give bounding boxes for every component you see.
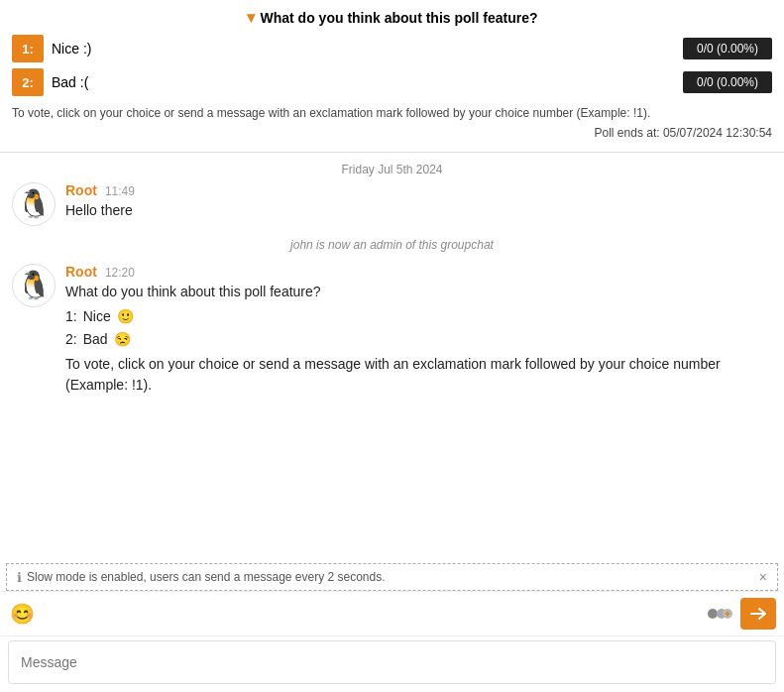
poll-msg-option-1: 1: Nice 🙂 [65,306,772,327]
svg-point-0 [708,609,718,619]
poll-option-label-2: Bad :( [52,74,675,90]
message-text: Hello there [65,200,772,221]
poll-msg-option-2: 2: Bad 😒 [65,329,772,350]
poll-option-row-2[interactable]: 2: Bad :( 0/0 (0.00%) [12,68,772,96]
send-button[interactable] [740,598,776,630]
poll-option-num-2[interactable]: 2: [12,68,44,96]
poll-option-count-1: 0/0 (0.00%) [683,38,772,59]
poll-options: 1: Nice :) 0/0 (0.00%) 2: Bad :( 0/0 (0.… [12,35,772,96]
message-header: Root 12:20 [65,264,772,280]
message-time: 12:20 [105,266,135,280]
input-toolbar: 😊 [0,591,784,635]
message-text: What do you think about this poll featur… [65,282,772,396]
group-button[interactable] [703,605,734,623]
avatar-image: 🐧 [17,190,52,218]
group-icon [705,605,732,623]
message-content: Root 11:49 Hello there [65,182,772,221]
poll-option-count-2: 0/0 (0.00%) [683,71,772,93]
slow-mode-bar: ℹ Slow mode is enabled, users can send a… [6,563,778,591]
date-separator: Friday Jul 5th 2024 [12,153,772,182]
message-input[interactable] [8,640,776,684]
poll-banner-header: ▾ What do you think about this poll feat… [12,8,772,27]
poll-option-num-1[interactable]: 1: [12,35,44,62]
system-message: john is now an admin of this groupchat [12,238,772,252]
poll-instruction: To vote, click on your choice or send a … [12,104,772,142]
poll-option-row-1[interactable]: 1: Nice :) 0/0 (0.00%) [12,35,772,62]
slow-mode-label: Slow mode is enabled, users can send a m… [27,570,386,584]
message-header: Root 11:49 [65,182,772,198]
message-username: Root [65,182,97,198]
message-content: Root 12:20 What do you think about this … [65,264,772,396]
poll-msg-options: 1: Nice 🙂 2: Bad 😒 [65,306,772,350]
chat-area: Friday Jul 5th 2024 🐧 Root 11:49 Hello t… [0,153,784,563]
poll-option-label-1: Nice :) [52,41,675,57]
slow-mode-close-button[interactable]: × [759,569,767,585]
avatar: 🐧 [12,182,56,226]
poll-banner: ▾ What do you think about this poll feat… [0,0,784,153]
send-icon [749,606,767,622]
message-row: 🐧 Root 11:49 Hello there [12,182,772,226]
message-time: 11:49 [105,184,135,198]
avatar: 🐧 [12,264,56,307]
poll-banner-title: What do you think about this poll featur… [261,10,538,26]
message-input-wrap [0,635,784,692]
slow-mode-text: ℹ Slow mode is enabled, users can send a… [17,570,386,585]
message-row: 🐧 Root 12:20 What do you think about thi… [12,264,772,396]
poll-chevron-icon: ▾ [247,8,255,27]
emoji-button[interactable]: 😊 [8,604,37,624]
bottom-section: ℹ Slow mode is enabled, users can send a… [0,563,784,692]
avatar-image: 🐧 [17,272,52,299]
message-username: Root [65,264,97,280]
info-icon: ℹ [17,570,22,585]
